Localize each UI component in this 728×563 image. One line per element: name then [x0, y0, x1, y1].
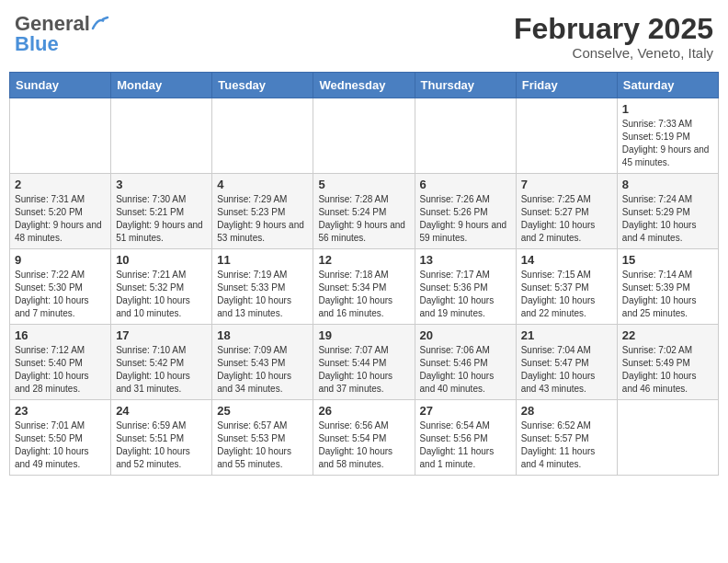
day-number: 1 [622, 102, 713, 116]
calendar-cell: 2Sunrise: 7:31 AM Sunset: 5:20 PM Daylig… [10, 174, 111, 249]
calendar-cell [111, 98, 212, 174]
calendar-cell [313, 98, 415, 174]
day-number: 4 [217, 178, 308, 191]
day-number: 27 [420, 404, 511, 418]
calendar-cell: 25Sunrise: 6:57 AM Sunset: 5:53 PM Dayli… [212, 400, 313, 476]
day-info: Sunrise: 6:56 AM Sunset: 5:54 PM Dayligh… [318, 419, 409, 471]
calendar-cell [10, 98, 111, 174]
day-number: 10 [116, 253, 207, 267]
day-info: Sunrise: 7:15 AM Sunset: 5:37 PM Dayligh… [521, 269, 612, 320]
day-info: Sunrise: 7:02 AM Sunset: 5:49 PM Dayligh… [622, 344, 713, 396]
day-number: 11 [217, 253, 308, 267]
day-info: Sunrise: 7:09 AM Sunset: 5:43 PM Dayligh… [217, 344, 308, 396]
day-number: 23 [15, 404, 106, 418]
calendar-cell: 14Sunrise: 7:15 AM Sunset: 5:37 PM Dayli… [516, 249, 617, 325]
day-info: Sunrise: 7:21 AM Sunset: 5:32 PM Dayligh… [116, 269, 207, 320]
calendar-cell: 8Sunrise: 7:24 AM Sunset: 5:29 PM Daylig… [617, 174, 718, 249]
calendar-cell: 7Sunrise: 7:25 AM Sunset: 5:27 PM Daylig… [516, 174, 617, 249]
day-info: Sunrise: 7:19 AM Sunset: 5:33 PM Dayligh… [217, 269, 308, 320]
calendar-week-row: 16Sunrise: 7:12 AM Sunset: 5:40 PM Dayli… [10, 325, 719, 400]
day-number: 13 [420, 253, 511, 267]
day-number: 16 [15, 328, 106, 342]
calendar-cell: 6Sunrise: 7:26 AM Sunset: 5:26 PM Daylig… [415, 174, 516, 249]
day-info: Sunrise: 7:26 AM Sunset: 5:26 PM Dayligh… [420, 193, 511, 245]
calendar-cell: 10Sunrise: 7:21 AM Sunset: 5:32 PM Dayli… [111, 249, 212, 325]
calendar-week-row: 23Sunrise: 7:01 AM Sunset: 5:50 PM Dayli… [10, 400, 719, 476]
day-number: 21 [521, 328, 612, 342]
day-info: Sunrise: 7:25 AM Sunset: 5:27 PM Dayligh… [521, 193, 612, 245]
day-number: 6 [420, 178, 511, 191]
weekday-header: Sunday [10, 73, 111, 98]
day-number: 5 [318, 178, 409, 191]
day-number: 9 [15, 253, 106, 267]
calendar-cell: 4Sunrise: 7:29 AM Sunset: 5:23 PM Daylig… [212, 174, 313, 249]
calendar-cell: 5Sunrise: 7:28 AM Sunset: 5:24 PM Daylig… [313, 174, 415, 249]
weekday-header: Tuesday [212, 73, 313, 98]
weekday-header: Monday [111, 73, 212, 98]
calendar-cell: 17Sunrise: 7:10 AM Sunset: 5:42 PM Dayli… [111, 325, 212, 400]
day-number: 12 [318, 253, 409, 267]
calendar-cell: 20Sunrise: 7:06 AM Sunset: 5:46 PM Dayli… [415, 325, 516, 400]
calendar-cell: 13Sunrise: 7:17 AM Sunset: 5:36 PM Dayli… [415, 249, 516, 325]
calendar-table: SundayMondayTuesdayWednesdayThursdayFrid… [9, 72, 719, 476]
calendar-cell: 28Sunrise: 6:52 AM Sunset: 5:57 PM Dayli… [516, 400, 617, 476]
location-subtitle: Conselve, Veneto, Italy [514, 45, 713, 61]
calendar-cell: 18Sunrise: 7:09 AM Sunset: 5:43 PM Dayli… [212, 325, 313, 400]
day-info: Sunrise: 6:52 AM Sunset: 5:57 PM Dayligh… [521, 419, 612, 471]
calendar-week-row: 2Sunrise: 7:31 AM Sunset: 5:20 PM Daylig… [10, 174, 719, 249]
day-number: 20 [420, 328, 511, 342]
calendar-week-row: 1Sunrise: 7:33 AM Sunset: 5:19 PM Daylig… [10, 98, 719, 174]
weekday-header-row: SundayMondayTuesdayWednesdayThursdayFrid… [10, 73, 719, 98]
day-number: 24 [116, 404, 207, 418]
calendar-cell: 24Sunrise: 6:59 AM Sunset: 5:51 PM Dayli… [111, 400, 212, 476]
day-info: Sunrise: 7:01 AM Sunset: 5:50 PM Dayligh… [15, 419, 106, 471]
calendar-cell: 3Sunrise: 7:30 AM Sunset: 5:21 PM Daylig… [111, 174, 212, 249]
day-info: Sunrise: 6:57 AM Sunset: 5:53 PM Dayligh… [217, 419, 308, 471]
calendar-cell: 21Sunrise: 7:04 AM Sunset: 5:47 PM Dayli… [516, 325, 617, 400]
day-info: Sunrise: 7:07 AM Sunset: 5:44 PM Dayligh… [318, 344, 409, 396]
weekday-header: Thursday [415, 73, 516, 98]
day-info: Sunrise: 7:14 AM Sunset: 5:39 PM Dayligh… [622, 269, 713, 320]
calendar-cell [212, 98, 313, 174]
day-info: Sunrise: 6:59 AM Sunset: 5:51 PM Dayligh… [116, 419, 207, 471]
day-info: Sunrise: 7:12 AM Sunset: 5:40 PM Dayligh… [15, 344, 106, 396]
day-number: 28 [521, 404, 612, 418]
day-number: 25 [217, 404, 308, 418]
calendar-cell: 23Sunrise: 7:01 AM Sunset: 5:50 PM Dayli… [10, 400, 111, 476]
day-info: Sunrise: 7:22 AM Sunset: 5:30 PM Dayligh… [15, 269, 106, 320]
day-number: 8 [622, 178, 713, 191]
day-number: 14 [521, 253, 612, 267]
calendar-cell [415, 98, 516, 174]
day-info: Sunrise: 7:28 AM Sunset: 5:24 PM Dayligh… [318, 193, 409, 245]
day-info: Sunrise: 7:31 AM Sunset: 5:20 PM Dayligh… [15, 193, 106, 245]
day-number: 19 [318, 328, 409, 342]
calendar-week-row: 9Sunrise: 7:22 AM Sunset: 5:30 PM Daylig… [10, 249, 719, 325]
day-number: 15 [622, 253, 713, 267]
day-number: 7 [521, 178, 612, 191]
page-header: General Blue February 2025 Conselve, Ven… [9, 9, 719, 64]
calendar-cell: 27Sunrise: 6:54 AM Sunset: 5:56 PM Dayli… [415, 400, 516, 476]
weekday-header: Saturday [617, 73, 718, 98]
day-number: 18 [217, 328, 308, 342]
day-info: Sunrise: 7:33 AM Sunset: 5:19 PM Dayligh… [622, 118, 713, 169]
calendar-cell: 22Sunrise: 7:02 AM Sunset: 5:49 PM Dayli… [617, 325, 718, 400]
calendar-cell: 11Sunrise: 7:19 AM Sunset: 5:33 PM Dayli… [212, 249, 313, 325]
day-number: 26 [318, 404, 409, 418]
day-info: Sunrise: 7:18 AM Sunset: 5:34 PM Dayligh… [318, 269, 409, 320]
calendar-cell [617, 400, 718, 476]
weekday-header: Wednesday [313, 73, 415, 98]
day-info: Sunrise: 7:24 AM Sunset: 5:29 PM Dayligh… [622, 193, 713, 245]
day-info: Sunrise: 6:54 AM Sunset: 5:56 PM Dayligh… [420, 419, 511, 471]
calendar-cell: 19Sunrise: 7:07 AM Sunset: 5:44 PM Dayli… [313, 325, 415, 400]
title-area: February 2025 Conselve, Veneto, Italy [514, 13, 713, 61]
day-number: 22 [622, 328, 713, 342]
day-info: Sunrise: 7:30 AM Sunset: 5:21 PM Dayligh… [116, 193, 207, 245]
weekday-header: Friday [516, 73, 617, 98]
day-number: 3 [116, 178, 207, 191]
logo: General Blue [15, 13, 109, 55]
day-info: Sunrise: 7:04 AM Sunset: 5:47 PM Dayligh… [521, 344, 612, 396]
calendar-cell: 16Sunrise: 7:12 AM Sunset: 5:40 PM Dayli… [10, 325, 111, 400]
day-number: 2 [15, 178, 106, 191]
logo-bird-icon [91, 16, 109, 30]
day-info: Sunrise: 7:17 AM Sunset: 5:36 PM Dayligh… [420, 269, 511, 320]
